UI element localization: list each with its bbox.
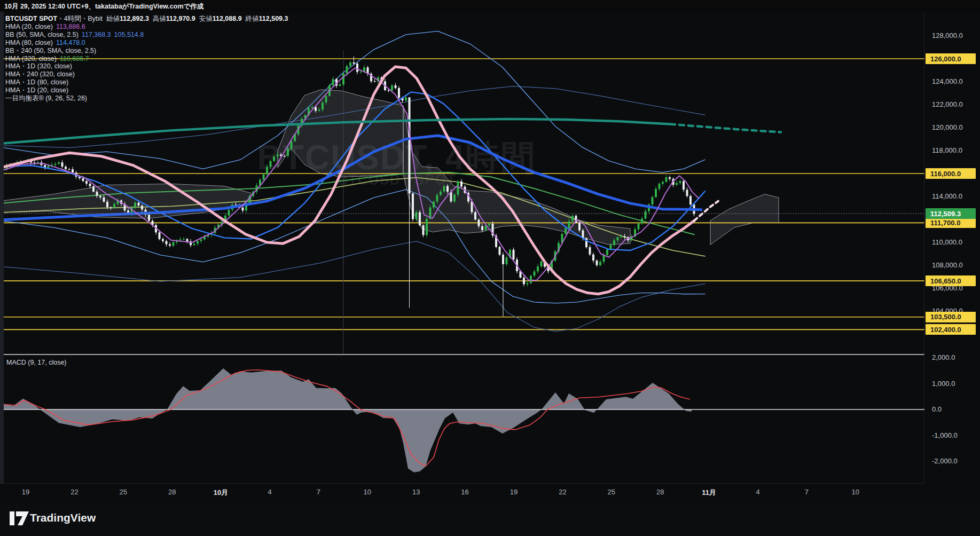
time-axis-label-7: 10 xyxy=(364,488,371,496)
macd-histogram-area xyxy=(0,368,692,472)
price-axis-label-114000: 114,000.0 xyxy=(932,192,962,200)
macd-axis-label--1000: -1,000.0 xyxy=(932,431,958,439)
time-axis-label-3: 28 xyxy=(168,488,176,496)
time-axis-label-8: 13 xyxy=(412,488,420,496)
bb240-lower-line xyxy=(0,241,705,332)
price-axis-label-124000: 124,000.0 xyxy=(932,77,963,85)
time-axis-label-4: 10月 xyxy=(214,488,228,498)
price-tag-103500[interactable]: 103,500.0 xyxy=(926,312,976,322)
footer-bar: TradingView xyxy=(0,502,980,536)
time-axis-label-6: 7 xyxy=(317,488,320,496)
time-axis-label-12: 25 xyxy=(608,488,615,496)
price-tag-111700[interactable]: 111,700.0 xyxy=(926,217,976,228)
time-axis[interactable]: 1922252810月471013161922252811月4710 xyxy=(0,484,980,502)
price-axis-label-108000: 108,000.0 xyxy=(932,261,963,269)
symbol-title-row[interactable]: BTCUSDT SPOT・4時間・Bybit 始値112,892.3 高値112… xyxy=(5,15,292,23)
time-axis-label-9: 16 xyxy=(461,488,468,496)
time-axis-label-11: 22 xyxy=(559,488,566,496)
ichimoku-clouds xyxy=(0,90,779,245)
price-tag-116000[interactable]: 116,000.0 xyxy=(926,168,976,179)
price-axis-label-128000: 128,000.0 xyxy=(932,31,963,40)
current-price-tag[interactable]: 112,509.3 xyxy=(926,208,976,219)
price-axis-label-120000: 120,000.0 xyxy=(932,123,963,131)
legend-row-hma-20-close-[interactable]: HMA (20, close)113,886.6 xyxy=(5,23,292,31)
legend-row-hma-320-close-[interactable]: HMA (320, close)110,686.7 xyxy=(5,55,292,63)
legend-row-bb-240-50-sma-close-2-5-[interactable]: BB・240 (50, SMA, close, 2.5) xyxy=(5,47,292,55)
price-axis[interactable]: 128,000.0124,000.0122,000.0120,000.0118,… xyxy=(924,12,980,484)
legend-row-hma-1d-80-close-[interactable]: HMA・1D (80, close) xyxy=(5,78,292,86)
time-axis-label-13: 28 xyxy=(656,488,664,496)
indicator-legend[interactable]: BTCUSDT SPOT・4時間・Bybit 始値112,892.3 高値112… xyxy=(5,15,292,103)
legend-row--9-26-52-26-[interactable]: 一目均衡表® (9, 26, 52, 26) xyxy=(5,94,292,103)
tradingview-logo-icon[interactable] xyxy=(7,508,32,530)
macd-axis-label-1000: 1,000.0 xyxy=(932,380,955,388)
price-tag-106650[interactable]: 106,650.0 xyxy=(926,275,976,286)
tradingview-logo-text[interactable]: TradingView xyxy=(30,511,96,524)
legend-row-hma-1d-20-close-[interactable]: HMA・1D (20, close) xyxy=(5,86,292,94)
creation-note: 10月 29, 2025 12:40 UTC+9、takatabaがTradin… xyxy=(4,2,203,11)
tradingview-chart-window: BTCUSDT, 4時間 BTCUSDT SPOT 10月 29, 2025 1… xyxy=(0,0,980,536)
price-axis-label-110000: 110,000.0 xyxy=(932,238,962,246)
hma1d320-teal-projection-line xyxy=(670,124,781,132)
ichimoku-cloud-3 xyxy=(403,106,630,245)
time-axis-label-16: 7 xyxy=(805,488,809,496)
price-tag-126000[interactable]: 126,000.0 xyxy=(926,53,976,64)
legend-row-bb-50-sma-close-2-5-[interactable]: BB (50, SMA, close, 2.5)117,368.3105,514… xyxy=(5,31,292,39)
ichimoku-cloud-future xyxy=(710,194,779,245)
time-axis-label-0: 19 xyxy=(22,488,29,496)
time-axis-label-5: 4 xyxy=(268,488,271,496)
macd-axis-label-0: 0.0 xyxy=(932,405,942,413)
legend-row-hma-1d-320-close-[interactable]: HMA・1D (320, close) xyxy=(5,62,292,70)
legend-row-hma-80-close-[interactable]: HMA (80, close)114,478.0 xyxy=(5,39,292,47)
ichimoku-cloud-2 xyxy=(278,90,403,177)
price-axis-label-118000: 118,000.0 xyxy=(932,146,962,154)
macd-indicator-label[interactable]: MACD (9, 17, close) xyxy=(6,359,67,366)
legend-row-hma-240-320-close-[interactable]: HMA・240 (320, close) xyxy=(5,70,292,78)
time-axis-label-15: 4 xyxy=(756,488,759,496)
price-axis-label-122000: 122,000.0 xyxy=(932,100,963,108)
macd-axis-label-2000: 2,000.0 xyxy=(932,353,955,361)
time-axis-label-1: 22 xyxy=(70,488,78,496)
left-gutter xyxy=(0,12,4,484)
time-axis-label-2: 25 xyxy=(120,488,127,496)
time-axis-label-14: 11月 xyxy=(702,488,716,498)
price-tag-102400[interactable]: 102,400.0 xyxy=(926,324,976,335)
macd-axis-label--2000: -2,000.0 xyxy=(932,457,958,465)
creation-note-bar: 10月 29, 2025 12:40 UTC+9、takatabaがTradin… xyxy=(0,0,980,12)
time-axis-label-17: 10 xyxy=(852,488,859,496)
time-axis-label-10: 19 xyxy=(510,488,518,496)
